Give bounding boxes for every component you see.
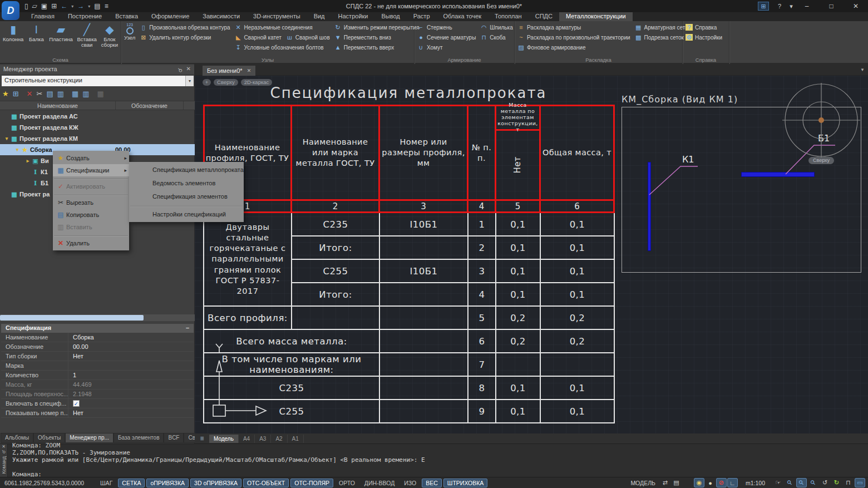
property-row[interactable]: Количество 1	[1, 371, 194, 380]
hamburger-icon[interactable]: ≡	[195, 435, 209, 442]
model-canvas[interactable]: + Сверху 2D-каркас Спецификация металлоп…	[195, 76, 868, 433]
ribbon-tab[interactable]: Настройки	[332, 12, 375, 21]
ribbon-small-button[interactable]: ▯ Произвольная обрезка контура	[140, 23, 230, 32]
submenu-item[interactable]: Спецификация металлопроката	[129, 163, 244, 176]
zoom-icon[interactable]: ⚲	[785, 479, 795, 487]
ribbon-tab[interactable]: Металлоконструкции	[559, 12, 633, 21]
ribbon-tab[interactable]: Вывод	[374, 12, 406, 21]
dropdown-icon[interactable]: ▾	[88, 4, 90, 9]
ribbon-tab[interactable]: Оформление	[145, 12, 196, 21]
ribbon-small-button[interactable]: ▼ Переместить вниз	[334, 33, 420, 42]
status-toggle[interactable]: 3D оПРИВЯЗКА	[190, 479, 241, 487]
k1-mark-label[interactable]: К1	[682, 154, 694, 165]
status-toggle[interactable]: СЕТКА	[118, 479, 145, 487]
props-icon[interactable]: ▦	[97, 90, 104, 98]
ribbon-small-button[interactable]: ≡ Раскладка арматуры	[517, 23, 630, 32]
scrollbar-thumb[interactable]	[0, 315, 144, 321]
copy-icon[interactable]: ▤	[46, 90, 53, 98]
paste-icon[interactable]: ▥	[57, 90, 64, 98]
ribbon-small-button[interactable]: ↧ Условные обозначения болтов	[235, 43, 330, 52]
help-q-icon[interactable]: ?	[771, 3, 788, 9]
property-row[interactable]: Обозначение 00.00	[1, 342, 194, 352]
command-window[interactable]: ✕ ⚲ Команд Команда: ZOOMZ,ZOOM,ПО,ПОКАЗА…	[0, 443, 868, 477]
context-menu-item[interactable]: ★ Создать ▸	[53, 152, 129, 164]
dropdown-icon[interactable]: ▾	[788, 3, 795, 10]
collapse-icon[interactable]: –	[186, 324, 189, 332]
status-toggle[interactable]: ОТС-ОБЪЕКТ	[243, 479, 289, 487]
status-toggle[interactable]: ДИН-ВВОД	[361, 479, 398, 487]
ribbon-small-button[interactable]: ~ Раскладка по произвольной траектории	[517, 33, 630, 42]
save-all-icon[interactable]: ⊞	[51, 2, 57, 10]
table-icon[interactable]: ▥	[82, 90, 89, 98]
zoom-object-icon[interactable]: ⚲	[808, 479, 818, 487]
ribbon-tab[interactable]: Зависимости	[196, 12, 246, 21]
submenu-item[interactable]: Ведомость элементов	[129, 176, 244, 190]
ribbon-small-button[interactable]: ◠ Шпилька	[480, 23, 512, 32]
layout-switch-icon[interactable]: ⇄	[660, 479, 670, 487]
regen-icon[interactable]: ↻	[832, 479, 841, 487]
document-tab[interactable]: Без имени0* ✕	[203, 66, 255, 76]
ribbon-small-button[interactable]: ⊓ Скоба	[480, 33, 512, 42]
ribbon-big-button[interactable]: ╱ Вставка сваи	[77, 23, 96, 48]
menu-grid-icon[interactable]: ⊞	[758, 2, 769, 11]
horizontal-scrollbar[interactable]	[0, 314, 195, 321]
save-icon[interactable]: ▣	[41, 2, 47, 10]
pan-icon[interactable]: ☞	[773, 479, 783, 487]
property-row[interactable]: Тип сборки Нет	[1, 352, 194, 361]
app-logo[interactable]: D	[2, 1, 19, 20]
property-value[interactable]: 1	[68, 372, 76, 378]
column-entity-k1[interactable]	[648, 162, 651, 251]
ribbon-small-button[interactable]: ⌐ Стержень	[417, 23, 476, 32]
tree-item[interactable]: ▦ Проект раздела КЖ	[0, 122, 195, 133]
context-menu-item[interactable]: ✕ Удалить	[53, 237, 129, 249]
tree-expand-caret[interactable]: ▾	[3, 136, 10, 141]
context-menu-item[interactable]	[54, 233, 128, 236]
uzel-button[interactable]: 123 Узел	[124, 23, 135, 52]
specification-table[interactable]: Наименование профиля, ГОСТ, ТУ Наименова…	[203, 105, 615, 423]
cursor-bulb-icon[interactable]: ◉	[694, 479, 704, 487]
ribbon-tab[interactable]: Растр	[407, 12, 437, 21]
fullscreen-icon[interactable]: ▭	[855, 479, 865, 487]
ribbon-tab[interactable]: Построение	[61, 12, 108, 21]
dropdown-icon[interactable]: ▾	[71, 4, 73, 9]
tree-expand-caret[interactable]: ▾	[14, 147, 21, 152]
undo-icon[interactable]: ←	[61, 2, 67, 10]
property-row[interactable]: Наименование Сборка	[1, 333, 194, 342]
ribbon-tab[interactable]: Вид	[307, 12, 332, 21]
context-menu-item[interactable]: ▦ Спецификации ▸	[53, 164, 129, 176]
orbit-icon[interactable]: ↺	[820, 479, 830, 487]
ribbon-small-button[interactable]: ∪ Хомут	[417, 43, 476, 52]
ribbon-small-button[interactable]: ● Сечение арматуры	[417, 33, 476, 42]
menu-more-icon[interactable]: ≡	[105, 2, 108, 10]
pin-icon[interactable]: ⚲	[175, 65, 184, 73]
new-object-icon[interactable]: ★	[2, 90, 9, 98]
property-row[interactable]: Включать в специф... ✓	[1, 399, 194, 408]
close-button[interactable]: ✕	[844, 0, 868, 12]
status-toggle[interactable]: ОРТО	[335, 479, 359, 487]
beam-entity-b1[interactable]	[741, 172, 815, 177]
property-value[interactable]: 2.1948	[68, 391, 92, 397]
close-icon[interactable]: ✕	[247, 68, 251, 73]
cut-icon[interactable]: ✂	[36, 90, 42, 98]
ribbon-big-button[interactable]: ▰ Пластина	[49, 23, 72, 48]
ribbon-tab[interactable]: 3D-инструменты	[246, 12, 307, 21]
ribbon-tab[interactable]: Вставка	[108, 12, 145, 21]
context-menu-item[interactable]: ✓ Активировать	[53, 180, 129, 193]
ribbon-small-button[interactable]: ш Сварной шов	[286, 33, 330, 42]
context-menu-item[interactable]	[54, 176, 128, 179]
close-x-icon[interactable]: ✕	[186, 66, 191, 73]
scale-indicator[interactable]: m1:100	[746, 480, 765, 486]
property-value[interactable]: Сборка	[68, 334, 94, 341]
compass-view-pill[interactable]: Сверху	[808, 157, 834, 164]
status-toggle[interactable]: ШАГ	[96, 479, 116, 487]
tree-item[interactable]: ▾ ▦ Проект раздела КМ	[0, 133, 195, 144]
submenu-item[interactable]: Спецификация элементов	[129, 190, 244, 203]
status-toggle[interactable]: ВЕС	[422, 479, 442, 487]
open-icon[interactable]: ▱	[32, 2, 37, 10]
model-space-label[interactable]: МОДЕЛЬ	[630, 480, 655, 486]
ribbon-small-button[interactable]: ✕ Неразъемные соединения	[235, 23, 330, 32]
zoom-window-icon[interactable]: ⚲	[797, 479, 806, 487]
ribbon-small-button[interactable]: ⊠ Удалить контур обрезки	[140, 33, 230, 42]
redo-icon[interactable]: →	[77, 2, 84, 10]
property-value[interactable]: Нет	[68, 353, 83, 359]
